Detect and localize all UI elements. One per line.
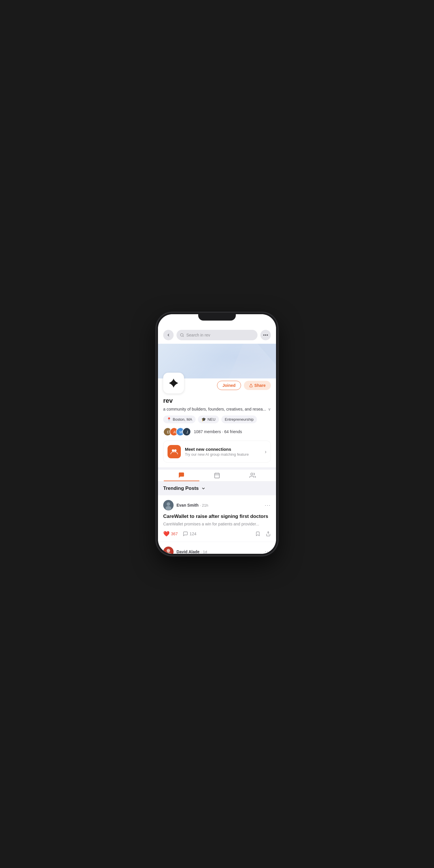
star-icon <box>168 378 179 388</box>
post-1-like-button[interactable]: ❤️ 367 <box>163 531 178 537</box>
ai-matching-text: Meet new connections Try our new AI grou… <box>185 447 261 457</box>
search-bar[interactable]: Search in rev <box>177 330 257 340</box>
bookmark-icon <box>255 531 260 536</box>
member-avatar-4: J <box>182 427 191 436</box>
share-icon <box>249 384 253 388</box>
events-tab-icon <box>214 472 220 478</box>
svg-point-16 <box>174 450 177 452</box>
share-button[interactable]: Share <box>244 381 271 390</box>
community-logo <box>163 373 184 394</box>
post-1-author: Evan Smith · 21h <box>163 500 208 510</box>
people-icon <box>170 448 178 456</box>
post-1-header: Evan Smith · 21h ··· <box>163 500 271 510</box>
tags-row: 📍 Boston, MA 🎓 NEU Entrepreneurship <box>163 415 271 423</box>
svg-point-3 <box>267 335 268 336</box>
svg-point-21 <box>251 473 253 475</box>
post-2-avatar <box>163 547 174 554</box>
svg-text:J: J <box>186 430 188 434</box>
post-2-header: David Alade · 1d ··· <box>163 547 271 554</box>
svg-text:A: A <box>173 430 176 434</box>
upload-icon <box>266 531 271 536</box>
svg-text:E: E <box>167 430 169 434</box>
heart-icon: ❤️ <box>163 531 169 537</box>
post-2-author-name: David Alade <box>177 550 199 554</box>
post-1-comment-button[interactable]: 124 <box>183 531 196 536</box>
joined-button[interactable]: Joined <box>217 381 241 390</box>
tab-members[interactable] <box>235 472 270 481</box>
svg-point-26 <box>167 549 170 552</box>
svg-point-24 <box>165 506 171 510</box>
post-1-share-button[interactable] <box>266 531 271 536</box>
more-button[interactable] <box>260 330 271 340</box>
profile-section: Joined Share rev a community of builders… <box>158 378 276 467</box>
tag-school[interactable]: 🎓 NEU <box>198 415 219 423</box>
post-2-author: David Alade · 1d <box>163 547 207 554</box>
back-button[interactable] <box>163 330 174 340</box>
search-placeholder: Search in rev <box>186 333 210 337</box>
ai-matching-arrow-icon: › <box>265 449 267 455</box>
tag-topic[interactable]: Entrepreneurship <box>221 415 257 423</box>
nav-bar: Search in rev <box>158 314 276 344</box>
post-1-title: CareWallet to raise after signing first … <box>163 513 271 520</box>
location-icon: 📍 <box>167 417 171 422</box>
tab-events[interactable] <box>199 472 235 481</box>
post-1-actions: ❤️ 367 124 <box>163 531 271 537</box>
post-card-2: David Alade · 1d ··· Bibite partners wit… <box>158 542 276 554</box>
members-tab-icon <box>249 472 256 478</box>
post-1-avatar <box>163 500 174 510</box>
members-count: 1087 members · 64 friends <box>194 429 242 434</box>
svg-point-15 <box>172 450 174 452</box>
community-name: rev <box>163 397 271 404</box>
svg-point-23 <box>167 502 170 506</box>
post-1-time: · 21h <box>200 503 208 507</box>
school-icon: 🎓 <box>202 417 206 422</box>
post-1-excerpt: CareWallet promises a win for patients a… <box>163 521 271 527</box>
posts-container: Evan Smith · 21h ··· CareWallet to raise… <box>158 495 276 554</box>
post-1-author-name: Evan Smith <box>177 503 198 507</box>
comment-icon <box>183 531 188 536</box>
tag-location[interactable]: 📍 Boston, MA <box>163 415 195 423</box>
svg-point-2 <box>265 335 266 336</box>
post-card-1: Evan Smith · 21h ··· CareWallet to raise… <box>158 495 276 541</box>
members-row: E A M J 1087 members · 64 friends <box>163 427 271 436</box>
member-avatars: E A M J <box>163 427 191 436</box>
community-description: a community of builders, founders, creat… <box>163 407 271 411</box>
profile-actions: Joined Share <box>217 381 271 390</box>
trending-title: Trending Posts <box>163 486 199 491</box>
post-2-time: · 1d <box>201 550 207 554</box>
svg-point-1 <box>263 335 265 336</box>
svg-rect-17 <box>215 473 220 478</box>
expand-description-icon[interactable]: ∨ <box>268 407 271 411</box>
trending-header: Trending Posts <box>158 482 276 495</box>
tab-posts[interactable] <box>164 472 199 481</box>
posts-tab-icon <box>178 472 185 478</box>
svg-text:M: M <box>179 430 182 434</box>
ai-matching-banner[interactable]: Meet new connections Try our new AI grou… <box>163 441 271 463</box>
post-1-bookmark-button[interactable] <box>255 531 260 536</box>
post-2-more-button[interactable]: ··· <box>265 549 271 554</box>
post-1-more-button[interactable]: ··· <box>265 502 271 508</box>
trending-chevron-icon[interactable] <box>201 486 206 491</box>
tab-bar <box>158 470 276 482</box>
ai-matching-icon <box>167 445 181 458</box>
